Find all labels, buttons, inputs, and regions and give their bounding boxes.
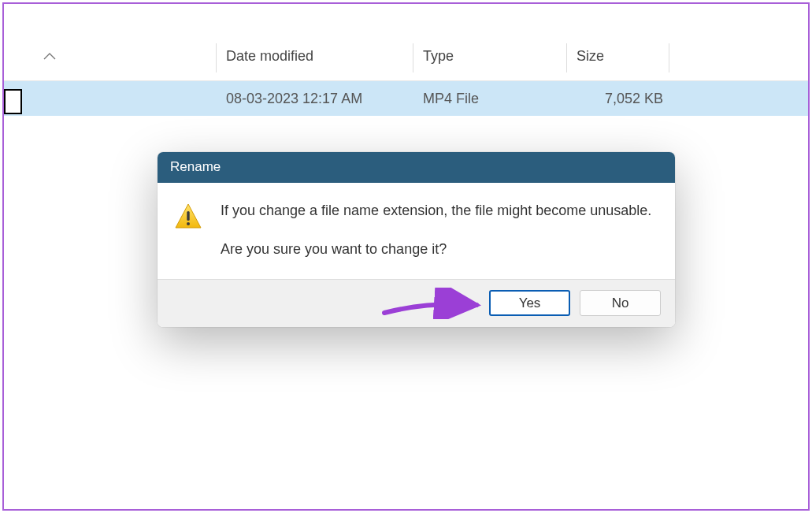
dialog-message-2: Are you sure you want to change it? (221, 239, 651, 260)
column-header-name[interactable] (4, 35, 217, 80)
rename-edit-box[interactable] (4, 89, 22, 114)
column-headers: Date modified Type Size (4, 35, 808, 81)
dialog-body: If you change a file name extension, the… (158, 183, 675, 279)
rename-dialog: Rename If you change a file name exte (158, 152, 675, 327)
dialog-message-1: If you change a file name extension, the… (221, 200, 651, 221)
yes-button[interactable]: Yes (489, 290, 570, 316)
dialog-text: If you change a file name extension, the… (221, 200, 651, 260)
file-size-cell: 7,052 KB (567, 91, 669, 107)
column-header-date[interactable]: Date modified (217, 35, 413, 80)
sort-chevron-icon (43, 48, 56, 65)
no-button[interactable]: No (580, 290, 661, 316)
window-frame: Date modified Type Size 08-03-2023 12:17… (2, 2, 810, 511)
file-type-cell: MP4 File (413, 91, 567, 107)
column-header-size[interactable]: Size (567, 35, 669, 80)
file-row[interactable]: 08-03-2023 12:17 AM MP4 File 7,052 KB (4, 81, 808, 116)
svg-point-1 (187, 222, 190, 225)
warning-icon (173, 202, 203, 232)
file-date-cell: 08-03-2023 12:17 AM (217, 91, 413, 107)
svg-rect-0 (187, 211, 189, 221)
dialog-title: Rename (158, 152, 675, 183)
dialog-footer: Yes No (158, 279, 675, 327)
column-header-type[interactable]: Type (413, 35, 567, 80)
